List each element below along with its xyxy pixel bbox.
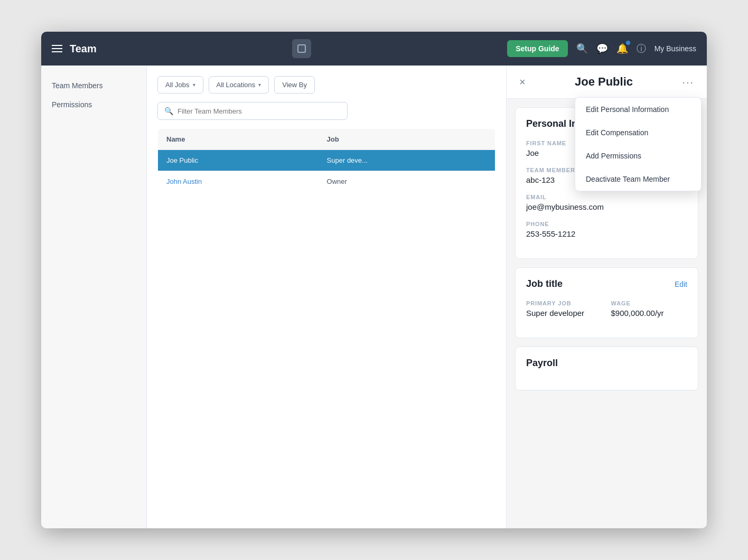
email-label: EMAIL xyxy=(526,194,687,200)
table-row[interactable]: Joe PublicSuper deve... xyxy=(158,150,495,171)
filter-bar: All Jobs ▾ All Locations ▾ View By xyxy=(157,76,495,94)
all-locations-filter[interactable]: All Locations ▾ xyxy=(209,76,269,94)
square-icon xyxy=(296,43,307,54)
notification-icon[interactable]: 🔔 xyxy=(616,43,628,54)
sidebar-item-team-members[interactable]: Team Members xyxy=(41,76,146,95)
chat-icon[interactable]: 💬 xyxy=(596,43,608,54)
notification-badge xyxy=(626,41,630,45)
chevron-down-icon: ▾ xyxy=(258,82,261,88)
payroll-card: Payroll xyxy=(515,347,698,390)
search-bar: 🔍 xyxy=(157,102,348,120)
dropdown-item-add-permissions[interactable]: Add Permissions xyxy=(575,144,701,167)
nav-right: Setup Guide 🔍 💬 🔔 ⓘ My Business xyxy=(507,40,696,57)
phone-label: PHONE xyxy=(526,221,687,227)
table-cell-job: Super deve... xyxy=(319,150,495,171)
search-icon[interactable]: 🔍 xyxy=(576,43,588,54)
dropdown-item-deactivate[interactable]: Deactivate Team Member xyxy=(575,167,701,191)
table-cell-name: John Austin xyxy=(158,171,319,192)
phone-value: 253-555-1212 xyxy=(526,229,687,238)
col-name: Name xyxy=(158,129,319,150)
content-area: All Jobs ▾ All Locations ▾ View By 🔍 xyxy=(147,66,707,528)
table-cell-job: Owner xyxy=(319,171,495,192)
primary-job-label: PRIMARY JOB xyxy=(526,300,603,306)
wage-field: WAGE $900,000.00/yr xyxy=(611,300,688,318)
left-panel: All Jobs ▾ All Locations ▾ View By 🔍 xyxy=(147,66,506,528)
search-input[interactable] xyxy=(177,107,341,115)
wage-label: WAGE xyxy=(611,300,688,306)
dropdown-menu: Edit Personal InformationEdit Compensati… xyxy=(575,97,702,191)
job-title-card-header: Job title Edit xyxy=(526,278,687,290)
sidebar: Team Members Permissions xyxy=(41,66,147,528)
nav-left: Team xyxy=(52,43,97,55)
setup-guide-button[interactable]: Setup Guide xyxy=(507,40,567,57)
more-options-button[interactable]: ··· xyxy=(682,76,694,88)
search-icon: 🔍 xyxy=(164,107,173,115)
top-nav: Team Setup Guide 🔍 💬 🔔 ⓘ My Business xyxy=(41,32,707,66)
job-title-title: Job title xyxy=(526,278,563,290)
all-jobs-filter[interactable]: All Jobs ▾ xyxy=(157,76,203,94)
dropdown-item-edit-personal[interactable]: Edit Personal Information xyxy=(575,98,701,121)
email-value: joe@mybusiness.com xyxy=(526,202,687,211)
close-button[interactable]: × xyxy=(519,76,526,88)
primary-job-field: PRIMARY JOB Super developer xyxy=(526,300,603,318)
email-field: EMAIL joe@mybusiness.com xyxy=(526,194,687,211)
primary-job-value: Super developer xyxy=(526,309,603,318)
app-window: Team Setup Guide 🔍 💬 🔔 ⓘ My Business xyxy=(41,32,707,528)
col-job: Job xyxy=(319,129,495,150)
panel-title: Joe Public xyxy=(526,75,682,89)
sidebar-item-permissions[interactable]: Permissions xyxy=(41,95,146,114)
team-table: Name Job Joe PublicSuper deve...John Aus… xyxy=(157,128,495,192)
nav-title: Team xyxy=(70,43,97,55)
wage-value: $900,000.00/yr xyxy=(611,309,688,318)
team-table-body: Joe PublicSuper deve...John AustinOwner xyxy=(158,150,495,192)
table-cell-name: Joe Public xyxy=(158,150,319,171)
detail-panel-header: × Joe Public ··· xyxy=(507,66,707,99)
main-layout: Team Members Permissions All Jobs ▾ All … xyxy=(41,66,707,528)
user-label[interactable]: My Business xyxy=(654,44,696,53)
job-title-card: Job title Edit PRIMARY JOB Super develop… xyxy=(515,267,698,338)
view-by-filter[interactable]: View By xyxy=(274,76,315,94)
edit-job-title-link[interactable]: Edit xyxy=(675,280,687,288)
right-panel: × Joe Public ··· Edit Personal Informati… xyxy=(506,66,707,528)
chevron-down-icon: ▾ xyxy=(193,82,195,88)
table-header-row: Name Job xyxy=(158,129,495,150)
hamburger-icon[interactable] xyxy=(52,45,62,52)
job-title-fields: PRIMARY JOB Super developer WAGE $900,00… xyxy=(526,300,687,327)
app-logo xyxy=(292,39,311,58)
nav-center xyxy=(97,39,507,58)
phone-field: PHONE 253-555-1212 xyxy=(526,221,687,238)
table-row[interactable]: John AustinOwner xyxy=(158,171,495,192)
svg-rect-0 xyxy=(298,45,305,52)
help-icon[interactable]: ⓘ xyxy=(637,42,646,55)
dropdown-item-edit-compensation[interactable]: Edit Compensation xyxy=(575,121,701,144)
payroll-title: Payroll xyxy=(526,358,687,369)
